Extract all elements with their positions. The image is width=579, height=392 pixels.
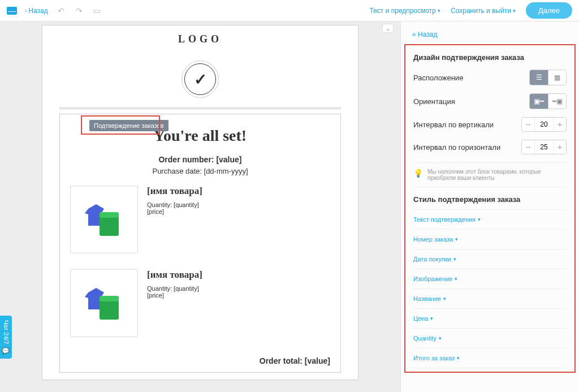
test-preview-link[interactable]: Тест и предпросмотр ▾ <box>370 7 440 15</box>
section-title: Дизайн подтверждения заказа <box>413 53 567 62</box>
block-label-pill[interactable]: Подтверждение заказов <box>89 120 168 131</box>
product-image <box>70 186 138 253</box>
hinterval-stepper: − + <box>521 140 567 154</box>
chat-tab[interactable]: Чат 24/7 💬 <box>0 316 12 359</box>
chevron-down-icon: ▾ <box>455 276 457 282</box>
orientation-option-image-right[interactable]: ━▣ <box>548 94 566 109</box>
chevron-down-icon: ▾ <box>455 236 458 242</box>
sidebar-back-link[interactable]: « Назад <box>401 21 579 44</box>
chevron-down-icon: ▾ <box>453 256 456 262</box>
order-confirmation-block[interactable]: You're all set! Order number: [value] Pu… <box>59 114 341 373</box>
layout-option-list[interactable]: ☰ <box>530 70 548 85</box>
style-section-title: Стиль подтверждения заказа <box>413 195 567 204</box>
email-preview[interactable]: LOGO ✓ You're all set! Order number: [va… <box>42 25 358 380</box>
increment-button[interactable]: + <box>554 118 566 131</box>
accordion-item[interactable]: Номер заказа▾ <box>413 230 567 249</box>
decrement-button[interactable]: − <box>522 140 534 154</box>
product-name: [имя товара] <box>147 269 330 281</box>
layout-toggle: ☰ ▦ <box>529 70 567 85</box>
product-image <box>70 269 138 337</box>
checkmark-icon: ✓ <box>184 63 216 95</box>
chevron-down-icon: ▾ <box>513 8 516 14</box>
product-name: [имя товара] <box>147 186 330 197</box>
accordion-item[interactable]: Изображение▾ <box>413 269 567 289</box>
hint-text: Мы наполним этот блок товарами, которые … <box>427 169 567 181</box>
style-accordion: Текст подтверждения▾ Номер заказа▾ Дата … <box>413 209 567 368</box>
decrement-button[interactable]: − <box>522 118 534 131</box>
chevron-down-icon: ▾ <box>478 217 481 222</box>
undo-icon[interactable]: ↶ <box>56 6 66 15</box>
save-icon[interactable]: ▭ <box>92 6 102 15</box>
orientation-label: Ориентация <box>413 97 455 106</box>
orientation-option-image-left[interactable]: ▣━ <box>530 94 548 109</box>
properties-sidebar: « Назад Дизайн подтверждения заказа Расп… <box>400 21 579 392</box>
next-button[interactable]: Далее <box>526 2 572 19</box>
hinterval-input[interactable] <box>534 140 554 154</box>
product-price: [price] <box>147 208 330 215</box>
accordion-item[interactable]: Текст подтверждения▾ <box>413 210 567 230</box>
editor-canvas[interactable]: ⌄ LOGO ✓ You're all set! Order number: [… <box>0 21 400 392</box>
app-logo-icon <box>7 7 17 15</box>
vinterval-input[interactable] <box>534 118 554 131</box>
order-item: [имя товара] Quantity: [quantity] [price… <box>70 269 330 337</box>
back-button[interactable]: ‹Назад <box>25 7 48 15</box>
product-price: [price] <box>147 292 330 299</box>
chevron-down-icon: ▾ <box>457 355 460 361</box>
order-total: Order total: [value] <box>70 353 330 365</box>
layout-label: Расположение <box>413 74 463 82</box>
chevron-down-icon: ▾ <box>443 296 446 301</box>
order-number: Order number: [value] <box>70 155 330 164</box>
properties-highlighted-section: Дизайн подтверждения заказа Расположение… <box>404 44 576 373</box>
collapse-sidebar-button[interactable]: ⌄ <box>382 24 394 33</box>
order-item: [имя товара] Quantity: [quantity] [price… <box>70 186 330 253</box>
chevron-left-icon: ‹ <box>25 7 27 14</box>
redo-icon[interactable]: ↷ <box>74 6 84 15</box>
lightbulb-icon: 💡 <box>413 169 423 181</box>
svg-rect-5 <box>100 296 119 301</box>
product-quantity: Quantity: [quantity] <box>147 285 330 292</box>
vinterval-label: Интервал по вертикали <box>413 120 494 129</box>
chevron-down-icon: ▾ <box>430 316 433 321</box>
chevron-down-icon: ▾ <box>439 335 442 341</box>
accordion-item[interactable]: Дата покупки▾ <box>413 249 567 269</box>
hint-box: 💡 Мы наполним этот блок товарами, которы… <box>413 162 567 187</box>
accordion-item[interactable]: Название▾ <box>413 289 567 309</box>
increment-button[interactable]: + <box>554 140 566 154</box>
product-quantity: Quantity: [quantity] <box>147 201 330 208</box>
purchase-date: Purchase date: [dd-mm-yyyy] <box>70 167 330 175</box>
layout-option-grid[interactable]: ▦ <box>548 70 566 85</box>
accordion-item[interactable]: Цена▾ <box>413 309 567 329</box>
chevron-down-icon: ▾ <box>438 8 440 14</box>
orientation-toggle: ▣━ ━▣ <box>529 93 567 109</box>
svg-rect-2 <box>100 212 119 218</box>
topbar: ‹Назад ↶ ↷ ▭ Тест и предпросмотр ▾ Сохра… <box>0 0 579 21</box>
back-label: Назад <box>28 7 47 15</box>
save-exit-link[interactable]: Сохранить и выйти ▾ <box>451 7 516 15</box>
chat-icon: 💬 <box>2 347 10 354</box>
vinterval-stepper: − + <box>521 117 567 132</box>
logo-text: LOGO <box>42 25 358 53</box>
accordion-item[interactable]: Quantity▾ <box>413 329 567 348</box>
accordion-item[interactable]: Итого за заказ▾ <box>413 348 567 368</box>
hinterval-label: Интервал по горизонтали <box>413 143 500 152</box>
